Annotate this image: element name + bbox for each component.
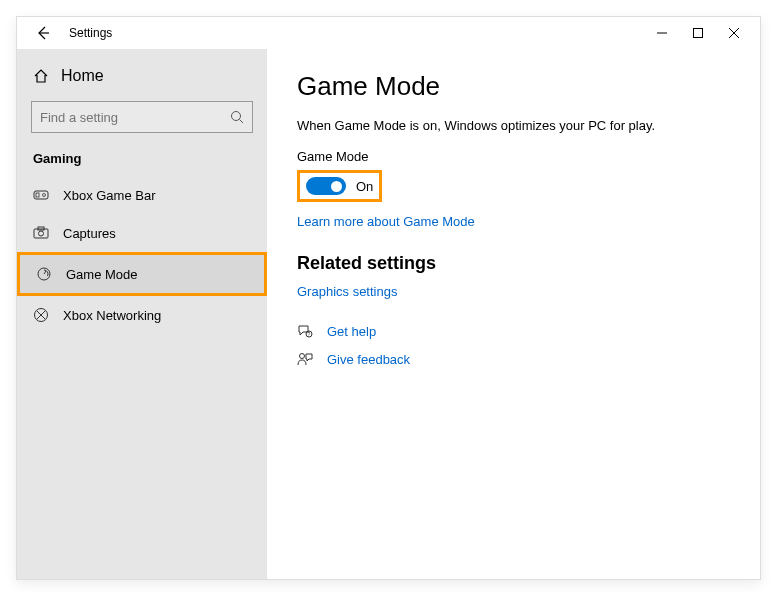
game-bar-icon	[33, 187, 49, 203]
svg-text:?: ?	[308, 331, 311, 337]
sidebar-item-xbox-game-bar[interactable]: Xbox Game Bar	[17, 176, 267, 214]
settings-window: Settings Home	[16, 16, 761, 580]
back-button[interactable]	[33, 23, 53, 43]
maximize-icon	[693, 28, 703, 38]
content-area: Game Mode When Game Mode is on, Windows …	[267, 49, 760, 579]
search-input[interactable]	[40, 110, 230, 125]
sidebar-item-label: Xbox Networking	[63, 308, 161, 323]
arrow-left-icon	[35, 25, 51, 41]
game-mode-toggle[interactable]	[306, 177, 346, 195]
titlebar-right	[644, 19, 752, 47]
svg-point-12	[39, 231, 44, 236]
search-icon	[230, 110, 244, 124]
close-button[interactable]	[716, 19, 752, 47]
feedback-icon	[297, 351, 313, 367]
minimize-button[interactable]	[644, 19, 680, 47]
svg-rect-2	[694, 29, 703, 38]
sidebar-item-label: Game Mode	[66, 267, 138, 282]
window-title: Settings	[69, 26, 112, 40]
close-icon	[729, 28, 739, 38]
toggle-state-label: On	[356, 179, 373, 194]
home-label: Home	[61, 67, 104, 85]
maximize-button[interactable]	[680, 19, 716, 47]
window-body: Home Gaming Xbox Game Bar Captures	[17, 49, 760, 579]
titlebar-left: Settings	[25, 23, 112, 43]
toggle-knob	[331, 181, 342, 192]
page-title: Game Mode	[297, 71, 730, 102]
graphics-settings-link[interactable]: Graphics settings	[297, 284, 730, 299]
get-help-link[interactable]: Get help	[327, 324, 376, 339]
give-feedback-link[interactable]: Give feedback	[327, 352, 410, 367]
give-feedback-row: Give feedback	[297, 351, 730, 367]
svg-line-14	[44, 271, 46, 274]
search-wrap	[17, 95, 267, 143]
toggle-field-label: Game Mode	[297, 149, 730, 164]
sidebar-item-xbox-networking[interactable]: Xbox Networking	[17, 296, 267, 334]
svg-rect-8	[36, 193, 39, 197]
game-mode-toggle-row: On	[297, 170, 382, 202]
minimize-icon	[657, 28, 667, 38]
get-help-row: ? Get help	[297, 323, 730, 339]
sidebar-item-label: Captures	[63, 226, 116, 241]
section-header: Gaming	[17, 143, 267, 176]
help-icon: ?	[297, 323, 313, 339]
game-mode-icon	[36, 266, 52, 282]
svg-point-5	[232, 112, 241, 121]
captures-icon	[33, 225, 49, 241]
svg-point-18	[300, 354, 305, 359]
sidebar: Home Gaming Xbox Game Bar Captures	[17, 49, 267, 579]
svg-point-9	[43, 194, 46, 197]
sidebar-item-label: Xbox Game Bar	[63, 188, 156, 203]
home-nav[interactable]: Home	[17, 57, 267, 95]
learn-more-link[interactable]: Learn more about Game Mode	[297, 214, 730, 229]
xbox-networking-icon	[33, 307, 49, 323]
home-icon	[33, 68, 49, 84]
search-box[interactable]	[31, 101, 253, 133]
page-description: When Game Mode is on, Windows optimizes …	[297, 118, 730, 133]
sidebar-item-captures[interactable]: Captures	[17, 214, 267, 252]
svg-line-6	[240, 120, 244, 124]
related-settings-header: Related settings	[297, 253, 730, 274]
sidebar-item-game-mode[interactable]: Game Mode	[17, 252, 267, 296]
titlebar: Settings	[17, 17, 760, 49]
